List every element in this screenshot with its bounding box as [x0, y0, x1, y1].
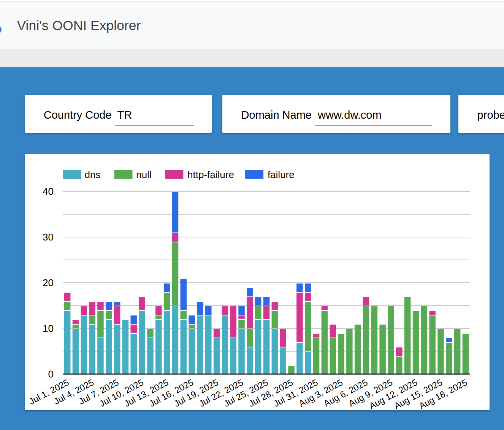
svg-text:0: 0	[48, 368, 54, 380]
svg-text:null: null	[136, 169, 151, 180]
svg-text:30: 30	[43, 231, 54, 243]
svg-text:http-failure: http-failure	[187, 169, 234, 180]
svg-text:40: 40	[43, 186, 54, 197]
svg-text:10: 10	[43, 323, 54, 334]
svg-text:20: 20	[43, 277, 54, 288]
svg-text:failure: failure	[268, 169, 295, 180]
svg-text:dns: dns	[85, 169, 101, 180]
